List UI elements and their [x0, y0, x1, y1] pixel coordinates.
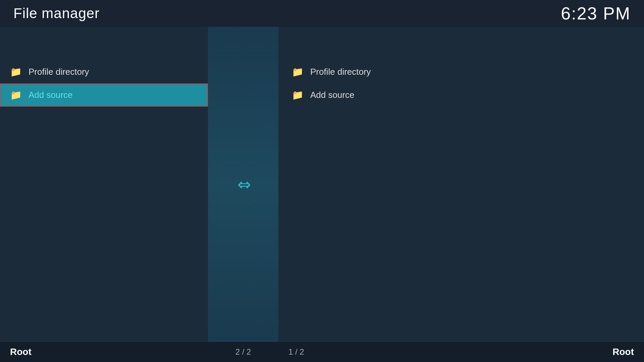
- footer-left-count: 2 / 2: [235, 347, 251, 357]
- left-profile-directory-label: Profile directory: [29, 67, 89, 77]
- clock: 6:23 PM: [561, 3, 631, 23]
- app-title: File manager: [13, 5, 100, 21]
- transfer-arrows-icon: ⇔: [237, 175, 249, 194]
- header: File manager 6:23 PM: [0, 0, 644, 27]
- center-divider: ⇔: [208, 27, 278, 342]
- left-add-source-label: Add source: [29, 90, 73, 100]
- right-add-source-label: Add source: [310, 90, 355, 100]
- footer-right-section: 1 / 2 Root: [278, 347, 644, 357]
- left-panel: 📁 Profile directory 📁 Add source: [0, 27, 208, 342]
- right-profile-directory-item[interactable]: 📁 Profile directory: [282, 60, 644, 83]
- folder-icon-right-1: 📁: [292, 66, 304, 77]
- main-container: 📁 Profile directory 📁 Add source ⇔ 📁 Pro…: [0, 27, 644, 342]
- footer-right-count: 1 / 2: [288, 347, 304, 357]
- left-add-source-item[interactable]: 📁 Add source: [0, 83, 208, 107]
- right-profile-directory-label: Profile directory: [310, 67, 371, 77]
- footer-left: Root: [0, 347, 208, 357]
- right-panel: 📁 Profile directory 📁 Add source: [278, 27, 644, 342]
- folder-icon-teal: 📁: [10, 89, 22, 101]
- footer-left-label: Root: [10, 347, 32, 357]
- footer: Root 2 / 2 1 / 2 Root: [0, 342, 644, 362]
- footer-right-label: Root: [612, 347, 634, 357]
- folder-icon: 📁: [10, 66, 22, 77]
- left-profile-directory-item[interactable]: 📁 Profile directory: [0, 60, 208, 83]
- right-add-source-item[interactable]: 📁 Add source: [282, 83, 644, 107]
- footer-center: 2 / 2: [208, 347, 278, 357]
- folder-icon-right-2: 📁: [292, 89, 304, 101]
